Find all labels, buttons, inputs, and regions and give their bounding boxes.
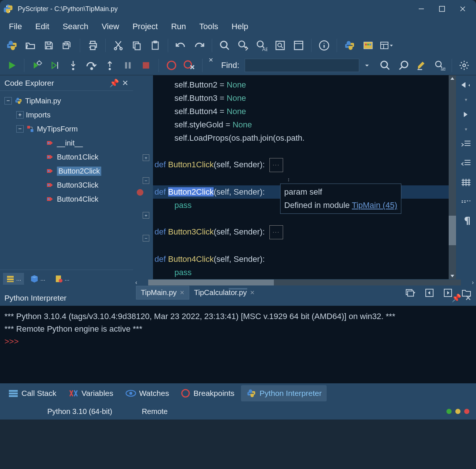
settings-icon[interactable] — [458, 59, 471, 72]
pin-icon[interactable]: 📌 — [452, 294, 461, 302]
cut-icon[interactable] — [112, 39, 125, 52]
tree-method-selected[interactable]: Button2Click — [1, 164, 132, 178]
menu-project[interactable]: Project — [132, 22, 157, 31]
tree-class[interactable]: − MyTipsForm — [1, 122, 132, 136]
tooltip-link[interactable]: TipMain (45) — [352, 201, 397, 210]
tree-root[interactable]: − TipMain.py — [1, 94, 132, 108]
dedent-icon[interactable] — [459, 157, 473, 170]
collapse-icon[interactable]: − — [16, 125, 24, 133]
collapse-icon[interactable]: − — [4, 97, 12, 105]
highlight-icon[interactable] — [415, 59, 428, 72]
horizontal-scrollbar[interactable]: ‹ › — [133, 279, 476, 286]
menu-tools[interactable]: Tools — [199, 22, 218, 31]
tab-breakpoints[interactable]: Breakpoints — [176, 386, 239, 401]
step-out-icon[interactable] — [103, 59, 116, 72]
new-python-icon[interactable] — [5, 39, 18, 52]
menubar: File Edit Search View Project Run Tools … — [0, 18, 476, 35]
folded-code-icon[interactable]: ··· — [269, 225, 283, 239]
menu-view[interactable]: View — [102, 22, 119, 31]
pin-icon[interactable]: 📌 — [109, 79, 119, 88]
tree-imports[interactable]: + Imports — [1, 108, 132, 122]
step-over-icon[interactable] — [85, 59, 98, 72]
sidebar-tab-explorer[interactable]: ... — [3, 273, 24, 285]
nav-back-icon[interactable] — [459, 78, 473, 92]
indent-icon[interactable] — [459, 137, 473, 151]
code-tree[interactable]: − TipMain.py + Imports − MyTipsForm __in… — [0, 91, 133, 270]
tree-method[interactable]: Button3Click — [1, 178, 132, 192]
pause-icon[interactable] — [122, 59, 135, 72]
close-find-icon[interactable]: ✕ — [208, 57, 213, 64]
save-icon[interactable] — [42, 39, 55, 52]
python-icon[interactable] — [343, 39, 356, 52]
editor-gutter[interactable]: + − + − — [133, 75, 153, 279]
open-icon[interactable] — [24, 39, 37, 52]
tab-python-interpreter[interactable]: Python Interpreter — [241, 385, 327, 401]
breakpoint-icon[interactable] — [165, 59, 178, 72]
tab-watches[interactable]: Watches — [120, 386, 174, 401]
sidebar-tab-project[interactable]: ... — [27, 273, 48, 285]
tab-callstack[interactable]: Call Stack — [3, 386, 62, 401]
code-explorer-panel: Code Explorer 📌 ✕ − TipMain.py + Imports… — [0, 75, 133, 287]
vertical-scrollbar[interactable] — [449, 75, 456, 279]
undo-icon[interactable] — [174, 39, 187, 52]
line-icon[interactable] — [459, 195, 473, 208]
gui-grid-icon[interactable] — [361, 39, 375, 52]
svg-point-32 — [401, 61, 408, 68]
tree-method[interactable]: Button1Click — [1, 150, 132, 164]
tab-variables[interactable]: Variables — [63, 386, 119, 401]
menu-help[interactable]: Help — [232, 22, 248, 31]
layout-dropdown-icon[interactable] — [380, 39, 393, 52]
close-panel-icon[interactable]: ✕ — [122, 79, 129, 88]
print-icon[interactable] — [86, 39, 99, 52]
pilcrow-icon[interactable] — [459, 214, 473, 227]
browser-icon[interactable] — [292, 39, 305, 52]
run-icon[interactable] — [5, 59, 18, 72]
replace-icon[interactable]: AB — [255, 39, 268, 52]
save-all-icon[interactable] — [61, 39, 74, 52]
fold-expand-icon[interactable]: + — [143, 154, 149, 161]
svg-rect-2 — [439, 6, 445, 11]
fold-expand-icon[interactable]: + — [143, 212, 149, 219]
run-to-cursor-icon[interactable] — [49, 59, 62, 72]
find-next-2-icon[interactable] — [379, 59, 392, 72]
copy-icon[interactable] — [130, 39, 143, 52]
minimize-button[interactable] — [411, 0, 432, 18]
folded-code-icon[interactable]: ··· — [269, 158, 283, 172]
svg-rect-41 — [48, 184, 50, 186]
svg-rect-13 — [276, 41, 285, 50]
clear-breakpoints-icon[interactable] — [183, 59, 196, 72]
comment-icon[interactable] — [459, 176, 473, 189]
find-input[interactable] — [245, 59, 359, 72]
svg-point-56 — [129, 392, 132, 395]
stop-icon[interactable] — [140, 59, 153, 72]
code-editor[interactable]: self.Button2 = None self.Button3 = None … — [153, 75, 449, 279]
svg-rect-45 — [7, 281, 14, 282]
menu-edit[interactable]: Edit — [35, 22, 49, 31]
sidebar-tab-files[interactable]: ... — [51, 273, 72, 285]
step-into-icon[interactable] — [67, 59, 80, 72]
expand-icon[interactable]: + — [16, 111, 24, 119]
close-button[interactable] — [452, 0, 473, 18]
maximize-button[interactable] — [432, 0, 452, 18]
tree-method[interactable]: Button4Click — [1, 192, 132, 206]
tree-method[interactable]: __init__ — [1, 136, 132, 150]
menu-search[interactable]: Search — [62, 22, 88, 31]
paste-icon[interactable] — [149, 39, 162, 52]
info-icon[interactable] — [317, 39, 331, 52]
search-opts-icon[interactable]: aB — [434, 59, 446, 72]
menu-run[interactable]: Run — [171, 22, 186, 31]
menu-file[interactable]: File — [9, 22, 22, 31]
find-prev-2-icon[interactable] — [397, 59, 410, 72]
find-next-icon[interactable] — [237, 39, 250, 52]
nav-forward-icon[interactable] — [459, 108, 473, 121]
interpreter-output[interactable]: *** Python 3.10.4 (tags/v3.10.4:9d38120,… — [0, 306, 476, 383]
dropdown-icon[interactable] — [361, 59, 374, 72]
debug-icon[interactable] — [30, 59, 43, 72]
breakpoint-marker[interactable] — [137, 189, 143, 196]
find-icon[interactable] — [218, 39, 231, 52]
fold-collapse-icon[interactable]: − — [143, 177, 149, 184]
find-in-files-icon[interactable] — [273, 39, 287, 52]
fold-collapse-icon[interactable]: − — [143, 235, 149, 242]
redo-icon[interactable] — [193, 39, 206, 52]
close-panel-icon[interactable]: ✕ — [465, 294, 472, 302]
